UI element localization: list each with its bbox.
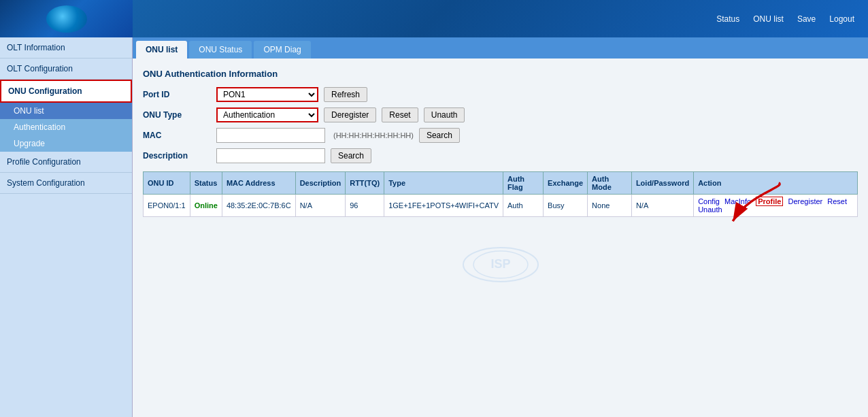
tab-onu-list[interactable]: ONU list <box>136 41 187 59</box>
col-loid-password: Loid/Password <box>631 172 693 195</box>
description-input[interactable] <box>216 148 325 163</box>
tab-onu-status[interactable]: ONU Status <box>189 41 252 59</box>
mac-search-button[interactable]: Search <box>419 128 460 143</box>
isp-watermark: ISP <box>143 244 858 287</box>
description-row: Description Search <box>143 148 858 163</box>
cell-onu-id: EPON0/1:1 <box>144 195 190 217</box>
description-search-button[interactable]: Search <box>331 148 371 163</box>
action-deregister[interactable]: Deregister <box>788 197 823 205</box>
col-type: Type <box>384 172 503 195</box>
port-id-select[interactable]: PON1 PON2 PON3 PON4 <box>216 87 318 102</box>
col-onu-id: ONU ID <box>144 172 190 195</box>
svg-point-1 <box>463 248 538 282</box>
main-content: ONU list ONU Status OPM Diag ONU Authent… <box>133 37 868 417</box>
table-container: ONU ID Status MAC Address Description RT… <box>143 171 858 217</box>
top-nav: Status ONU list Save Logout <box>716 14 854 24</box>
cell-auth-mode: None <box>588 195 632 217</box>
top-header: Status ONU list Save Logout <box>0 0 868 37</box>
table-row: EPON0/1:1 Online 48:35:2E:0C:7B:6C N/A 9… <box>144 195 858 217</box>
layout: OLT Information OLT Configuration ONU Co… <box>0 37 868 417</box>
unauth-button[interactable]: Unauth <box>424 107 465 122</box>
tab-bar: ONU list ONU Status OPM Diag <box>133 37 868 59</box>
reset-button[interactable]: Reset <box>382 107 418 122</box>
sidebar-item-profile-config[interactable]: Profile Configuration <box>0 152 132 173</box>
nav-logout[interactable]: Logout <box>829 14 854 24</box>
content-area: ONU Authentication Information Port ID P… <box>133 59 868 297</box>
sidebar-sub-onu-list[interactable]: ONU list <box>0 103 132 119</box>
nav-status[interactable]: Status <box>716 14 739 24</box>
data-table: ONU ID Status MAC Address Description RT… <box>143 171 858 217</box>
refresh-button[interactable]: Refresh <box>324 87 367 102</box>
action-macinfo[interactable]: MacInfo <box>724 197 751 205</box>
svg-point-2 <box>473 251 528 278</box>
section-title: ONU Authentication Information <box>143 69 858 79</box>
nav-onu-list[interactable]: ONU list <box>753 14 784 24</box>
mac-input[interactable] <box>216 128 325 143</box>
col-action: Action <box>694 172 858 195</box>
mac-hint: (HH:HH:HH:HH:HH:HH) <box>333 131 414 139</box>
cell-auth-flag: Auth <box>503 195 543 217</box>
col-auth-mode: Auth Mode <box>588 172 632 195</box>
cell-rtt: 96 <box>346 195 384 217</box>
col-auth-flag: Auth Flag <box>503 172 543 195</box>
cell-status: Online <box>190 195 222 217</box>
mac-row: MAC (HH:HH:HH:HH:HH:HH) Search <box>143 128 858 143</box>
sidebar-item-olt-config[interactable]: OLT Configuration <box>0 59 132 80</box>
col-exchange: Exchange <box>544 172 588 195</box>
logo-globe <box>46 5 87 33</box>
nav-save[interactable]: Save <box>797 14 816 24</box>
action-profile[interactable]: Profile <box>756 197 783 206</box>
onu-type-row: ONU Type Authentication All Online Offli… <box>143 107 858 122</box>
cell-mac-address: 48:35:2E:0C:7B:6C <box>222 195 295 217</box>
sidebar: OLT Information OLT Configuration ONU Co… <box>0 37 133 417</box>
onu-type-select[interactable]: Authentication All Online Offline <box>216 107 318 122</box>
sidebar-item-system-config[interactable]: System Configuration <box>0 173 132 194</box>
action-config[interactable]: Config <box>698 197 720 205</box>
port-id-label: Port ID <box>143 90 211 99</box>
sidebar-sub-authentication[interactable]: Authentication <box>0 119 132 135</box>
cell-type: 1GE+1FE+1POTS+4WIFI+CATV <box>384 195 503 217</box>
port-id-row: Port ID PON1 PON2 PON3 PON4 Refresh <box>143 87 858 102</box>
action-reset[interactable]: Reset <box>827 197 847 205</box>
col-status: Status <box>190 172 222 195</box>
tab-opm-diag[interactable]: OPM Diag <box>254 41 310 59</box>
mac-label: MAC <box>143 131 211 140</box>
sidebar-item-onu-config[interactable]: ONU Configuration <box>0 80 132 103</box>
col-description: Description <box>295 172 346 195</box>
action-unauth[interactable]: Unauth <box>698 205 722 214</box>
sidebar-sub-upgrade[interactable]: Upgrade <box>0 135 132 152</box>
col-rtt: RTT(TQ) <box>346 172 384 195</box>
cell-loid-password: N/A <box>631 195 693 217</box>
cell-action: Config MacInfo Profile Deregister Reset … <box>694 195 858 217</box>
cell-exchange: Busy <box>544 195 588 217</box>
sidebar-item-olt-info[interactable]: OLT Information <box>0 37 132 59</box>
deregister-button[interactable]: Deregister <box>324 107 376 122</box>
col-mac-address: MAC Address <box>222 172 295 195</box>
svg-text:ISP: ISP <box>490 257 510 271</box>
description-label: Description <box>143 151 211 161</box>
cell-description: N/A <box>295 195 346 217</box>
onu-type-label: ONU Type <box>143 110 211 120</box>
form-table: Port ID PON1 PON2 PON3 PON4 Refresh ONU … <box>143 87 858 163</box>
logo <box>0 0 133 37</box>
